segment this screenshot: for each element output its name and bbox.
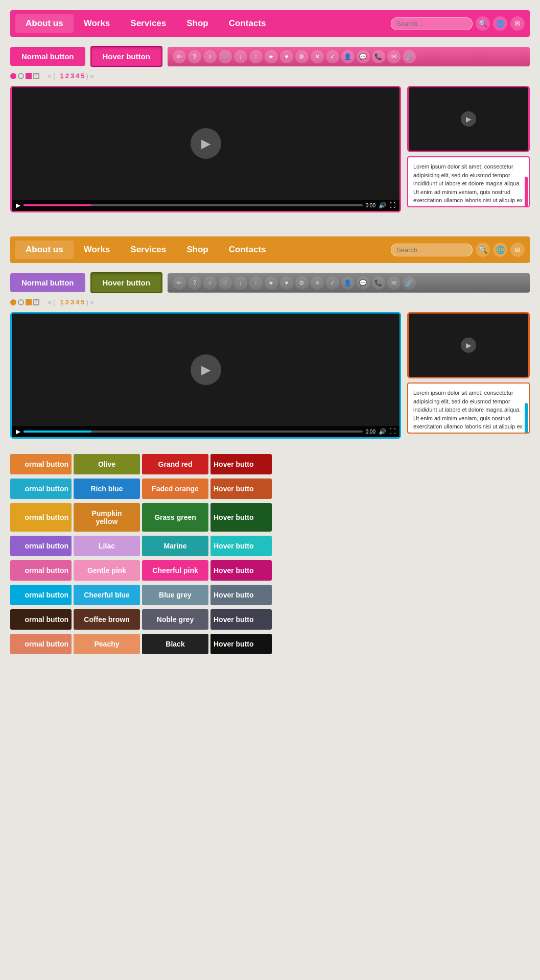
- nav-item-works[interactable]: Works: [74, 14, 121, 33]
- orange-email-icon[interactable]: ✉: [510, 243, 525, 257]
- nav-item-aboutus[interactable]: About us: [15, 14, 74, 33]
- accent-btn-2[interactable]: Grass green: [142, 503, 208, 532]
- hover-btn-4[interactable]: Hover butto: [210, 560, 272, 581]
- gray-icon-chat[interactable]: 💬: [357, 276, 370, 290]
- nav-orange-shop[interactable]: Shop: [176, 241, 219, 259]
- gray-icon-close[interactable]: ✕: [311, 276, 324, 290]
- nav-orange-aboutus[interactable]: About us: [15, 241, 74, 259]
- search-icon[interactable]: 🔍: [476, 16, 490, 31]
- blue-play-ctrl[interactable]: ▶: [16, 428, 20, 435]
- accent-btn-1[interactable]: Faded orange: [142, 479, 208, 499]
- blue-volume-icon[interactable]: 🔊: [379, 428, 386, 435]
- gray-icon-user[interactable]: 👤: [341, 276, 355, 290]
- icon-pencil[interactable]: ✏: [173, 50, 186, 63]
- gray-icon-down[interactable]: ↓: [234, 276, 247, 290]
- icon-phone[interactable]: 📞: [372, 50, 385, 63]
- normal-btn-5[interactable]: ormal button: [10, 585, 72, 605]
- icon-up[interactable]: ↑: [249, 50, 263, 63]
- nav-item-contacts[interactable]: Contacts: [219, 14, 276, 33]
- orange-search-icon[interactable]: 🔍: [476, 243, 490, 257]
- hover-btn-1[interactable]: Hover butto: [210, 479, 272, 499]
- color-name-btn-0[interactable]: Olive: [74, 454, 140, 474]
- icon-star[interactable]: ★: [265, 50, 278, 63]
- gray-icon-heart[interactable]: ♥: [280, 276, 293, 290]
- icon-gear[interactable]: ⚙: [295, 50, 309, 63]
- progress-bar-blue[interactable]: [24, 431, 363, 433]
- nav-orange-services[interactable]: Services: [120, 241, 176, 259]
- hover-button-pink[interactable]: Hover button: [90, 46, 162, 67]
- radio-empty-1[interactable]: [18, 73, 24, 79]
- checkbox-1[interactable]: [26, 73, 32, 79]
- page-1[interactable]: 1: [60, 72, 63, 80]
- orange-checkbox[interactable]: [26, 299, 32, 305]
- fullscreen-icon[interactable]: ⛶: [389, 202, 395, 209]
- blue-fullscreen-icon[interactable]: ⛶: [389, 428, 395, 435]
- nav-orange-works[interactable]: Works: [74, 241, 121, 259]
- normal-button-purple[interactable]: Normal button: [10, 273, 85, 292]
- gray-icon-phone[interactable]: 📞: [372, 276, 385, 290]
- gray-icon-link[interactable]: 🔗: [403, 276, 416, 290]
- hover-btn-5[interactable]: Hover butto: [210, 585, 272, 605]
- color-name-btn-1[interactable]: Rich blue: [74, 479, 140, 499]
- accent-btn-3[interactable]: Marine: [142, 536, 208, 556]
- orange-page-1[interactable]: 1: [60, 298, 63, 306]
- page-2[interactable]: 2: [65, 72, 69, 80]
- volume-icon[interactable]: 🔊: [379, 202, 386, 209]
- accent-btn-4[interactable]: Cheerful pink: [142, 560, 208, 581]
- gray-icon-star[interactable]: ★: [265, 276, 278, 290]
- globe-icon[interactable]: 🌐: [493, 16, 507, 31]
- email-icon[interactable]: ✉: [510, 16, 525, 31]
- play-button-small-orange[interactable]: ▶: [461, 338, 476, 353]
- orange-radio-filled[interactable]: [10, 299, 16, 305]
- hover-btn-0[interactable]: Hover butto: [210, 454, 272, 474]
- orange-radio-empty[interactable]: [18, 299, 24, 305]
- orange-page-4[interactable]: 4: [76, 298, 79, 306]
- icon-help[interactable]: ?: [188, 50, 201, 63]
- normal-btn-1[interactable]: ormal button: [10, 479, 72, 499]
- nav-orange-contacts[interactable]: Contacts: [219, 241, 276, 259]
- gray-icon-cart[interactable]: 🛒: [219, 276, 232, 290]
- accent-btn-0[interactable]: Grand red: [142, 454, 208, 474]
- normal-button-pink[interactable]: Normal button: [10, 47, 85, 66]
- orange-page-3[interactable]: 3: [71, 298, 74, 306]
- hover-btn-6[interactable]: Hover butto: [210, 609, 272, 630]
- play-ctrl[interactable]: ▶: [16, 202, 20, 209]
- progress-bar-pink[interactable]: [24, 204, 363, 206]
- search-input[interactable]: [391, 17, 473, 30]
- icon-down[interactable]: ↓: [234, 50, 247, 63]
- gray-icon-up[interactable]: ↑: [249, 276, 263, 290]
- accent-btn-7[interactable]: Black: [142, 634, 208, 654]
- orange-page-5[interactable]: 5: [81, 298, 84, 306]
- icon-link[interactable]: 🔗: [403, 50, 416, 63]
- orange-search-input[interactable]: [391, 244, 473, 256]
- play-button-small-pink[interactable]: ▶: [461, 111, 476, 127]
- play-button-pink[interactable]: ▶: [191, 128, 221, 159]
- icon-check[interactable]: ✓: [326, 50, 339, 63]
- color-name-btn-2[interactable]: Pumpkin yellow: [74, 503, 140, 532]
- normal-btn-6[interactable]: ormal button: [10, 609, 72, 630]
- normal-btn-0[interactable]: ormal button: [10, 454, 72, 474]
- hover-btn-3[interactable]: Hover butto: [210, 536, 272, 556]
- hover-btn-2[interactable]: Hover butto: [210, 503, 272, 532]
- icon-chat[interactable]: 💬: [357, 50, 370, 63]
- orange-check-arrow[interactable]: [33, 299, 39, 305]
- scrollbar-blue[interactable]: [525, 403, 528, 434]
- normal-btn-4[interactable]: ormal button: [10, 560, 72, 581]
- nav-item-services[interactable]: Services: [120, 14, 176, 33]
- icon-close[interactable]: ✕: [311, 50, 324, 63]
- icon-female[interactable]: ♀: [203, 50, 217, 63]
- icon-heart[interactable]: ♥: [280, 50, 293, 63]
- check-arrow-1[interactable]: [33, 73, 39, 79]
- normal-btn-2[interactable]: ormal button: [10, 503, 72, 532]
- icon-user[interactable]: 👤: [341, 50, 355, 63]
- play-button-blue[interactable]: ▶: [191, 354, 221, 385]
- orange-globe-icon[interactable]: 🌐: [493, 243, 507, 257]
- hover-btn-7[interactable]: Hover butto: [210, 634, 272, 654]
- page-5[interactable]: 5: [81, 72, 84, 80]
- orange-page-2[interactable]: 2: [65, 298, 69, 306]
- gray-icon-check[interactable]: ✓: [326, 276, 339, 290]
- radio-filled-1[interactable]: [10, 73, 16, 79]
- color-name-btn-4[interactable]: Gentle pink: [74, 560, 140, 581]
- icon-mail[interactable]: ✉: [387, 50, 401, 63]
- page-3[interactable]: 3: [71, 72, 74, 80]
